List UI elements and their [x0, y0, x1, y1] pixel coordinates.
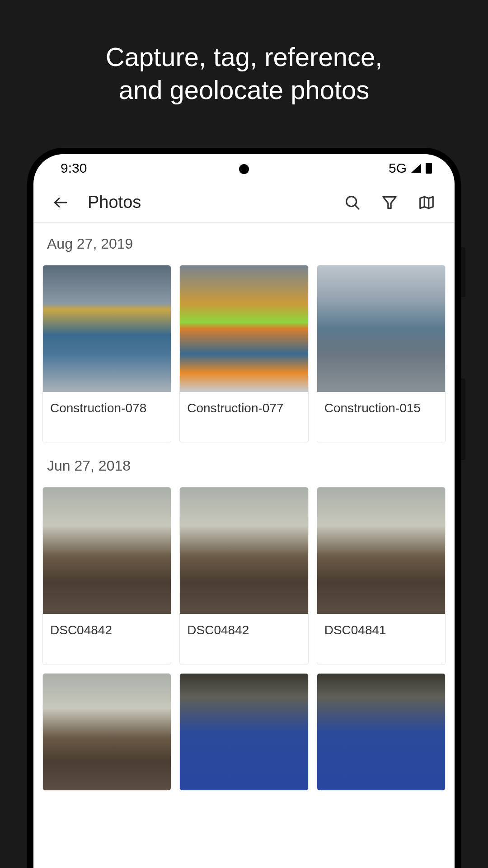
photo-label: Construction-015	[317, 392, 445, 443]
photo-thumbnail	[317, 265, 445, 392]
photo-card[interactable]	[317, 673, 446, 791]
photo-thumbnail	[43, 674, 171, 790]
photo-thumbnail	[317, 487, 445, 614]
photo-label: Construction-077	[180, 392, 308, 443]
photo-label: DSC04842	[43, 614, 171, 665]
app-header: Photos	[33, 182, 455, 223]
phone-frame: 9:30 5G Photos	[27, 148, 461, 868]
filter-button[interactable]	[380, 193, 399, 212]
photo-grid: Construction-078 Construction-077 Constr…	[42, 265, 446, 443]
svg-marker-4	[420, 197, 433, 208]
marketing-headline: Capture, tag, reference, and geolocate p…	[0, 0, 488, 106]
camera-notch	[239, 164, 249, 174]
photo-card[interactable]	[42, 673, 171, 791]
date-header: Jun 27, 2018	[47, 458, 446, 474]
photo-card[interactable]	[179, 673, 308, 791]
photo-thumbnail	[180, 265, 308, 392]
photo-thumbnail	[43, 265, 171, 392]
photo-thumbnail	[180, 487, 308, 614]
photo-label: Construction-078	[43, 392, 171, 443]
phone-screen: 9:30 5G Photos	[33, 154, 455, 868]
photo-card[interactable]: Construction-077	[179, 265, 308, 443]
photo-grid: DSC04842 DSC04842 DSC04841	[42, 487, 446, 791]
photo-card[interactable]: DSC04842	[179, 487, 308, 665]
map-icon	[418, 194, 435, 211]
photo-thumbnail	[180, 674, 308, 790]
status-indicators: 5G	[389, 160, 432, 176]
network-label: 5G	[389, 160, 407, 176]
phone-side-button	[461, 378, 465, 460]
headline-line-1: Capture, tag, reference,	[0, 41, 488, 74]
photo-label: DSC04842	[180, 614, 308, 665]
svg-line-2	[355, 205, 359, 209]
photo-card[interactable]: Construction-078	[42, 265, 171, 443]
photo-card[interactable]: DSC04841	[317, 487, 446, 665]
photo-content[interactable]: Aug 27, 2019 Construction-078 Constructi…	[33, 223, 455, 868]
svg-marker-3	[383, 197, 396, 208]
headline-line-2: and geolocate photos	[0, 74, 488, 107]
battery-icon	[426, 163, 432, 174]
photo-thumbnail	[43, 487, 171, 614]
phone-side-button	[461, 247, 465, 297]
photo-label: DSC04841	[317, 614, 445, 665]
signal-icon	[411, 164, 421, 173]
filter-icon	[381, 194, 398, 211]
photo-thumbnail	[317, 674, 445, 790]
map-button[interactable]	[417, 193, 436, 212]
date-header: Aug 27, 2019	[47, 236, 446, 252]
photo-card[interactable]: DSC04842	[42, 487, 171, 665]
photo-card[interactable]: Construction-015	[317, 265, 446, 443]
back-icon	[52, 194, 69, 211]
header-actions	[343, 193, 441, 212]
page-title: Photos	[88, 193, 343, 212]
search-icon	[344, 194, 361, 211]
back-button[interactable]	[47, 189, 74, 216]
search-button[interactable]	[343, 193, 362, 212]
status-time: 9:30	[56, 160, 87, 176]
